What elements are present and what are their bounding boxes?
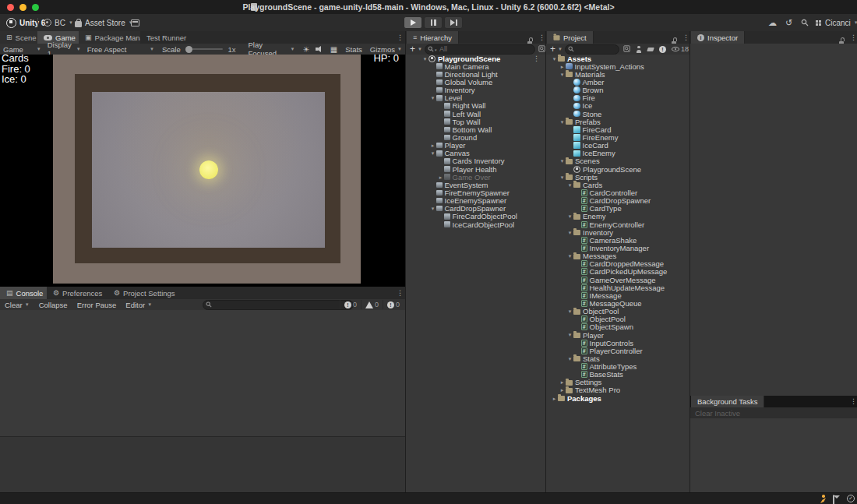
search-filter-caret-icon[interactable]: ▾: [435, 48, 437, 52]
tree-row[interactable]: #CameraShake: [546, 236, 690, 244]
tree-row[interactable]: ▾Player: [546, 331, 690, 339]
tree-row[interactable]: #InputControls: [546, 339, 690, 347]
tree-row[interactable]: Ground: [406, 133, 546, 141]
tree-row[interactable]: ▸InputSystem_Actions: [546, 62, 690, 70]
tree-row[interactable]: Amber: [546, 78, 690, 86]
aspect-ratio-dropdown[interactable]: Free Aspect▼: [84, 44, 157, 55]
tree-row[interactable]: ▾Scripts: [546, 173, 690, 181]
tab-background-tasks[interactable]: Background Tasks: [691, 396, 764, 407]
gizmos-dropdown[interactable]: Gizmos▼: [367, 44, 405, 55]
tab-hierarchy[interactable]: ≡ Hierarchy: [407, 31, 459, 44]
tree-row[interactable]: #CardPickedUpMessage: [546, 268, 690, 276]
tree-row[interactable]: #GameOverMessage: [546, 276, 690, 284]
game-viewport[interactable]: Cards Fire: 0 Ice: 0 HP: 0: [0, 55, 405, 287]
expander-icon[interactable]: ▾: [566, 332, 573, 337]
hierarchy-tree[interactable]: ▾PlaygroundScene⋮Main CameraDirectional …: [405, 55, 546, 492]
layout-dropdown[interactable]: Cicanci ▼: [815, 14, 857, 31]
tree-row[interactable]: Left Wall: [406, 110, 546, 118]
expander-icon[interactable]: ▸: [559, 387, 566, 393]
tree-row[interactable]: Global Volume: [406, 78, 546, 86]
tree-row[interactable]: Main Camera: [406, 62, 546, 70]
kebab-menu-icon[interactable]: ⋮: [850, 34, 857, 41]
collapse-toggle[interactable]: Collapse: [34, 299, 72, 310]
tree-row[interactable]: IceEnemy: [546, 150, 690, 157]
hidden-count-eye-icon[interactable]: [672, 47, 679, 51]
tree-row[interactable]: FireCard: [546, 125, 690, 133]
tree-row[interactable]: ▾PlaygroundScene⋮: [406, 55, 546, 62]
console-message-icon[interactable]: [833, 495, 834, 504]
kebab-menu-icon[interactable]: ⋮: [397, 290, 404, 297]
kebab-menu-icon[interactable]: ⋮: [538, 34, 545, 41]
tab-inspector[interactable]: i Inspector: [691, 31, 745, 44]
tree-row[interactable]: #InventoryManager: [546, 244, 690, 252]
expander-icon[interactable]: ▾: [566, 213, 573, 219]
window-mode-button[interactable]: [131, 14, 139, 31]
tree-row[interactable]: Cards Inventory: [406, 157, 546, 165]
expander-icon[interactable]: ▾: [566, 253, 573, 259]
kebab-menu-icon[interactable]: ⋮: [682, 34, 689, 41]
tree-row[interactable]: ▾CardDropSpawner: [406, 205, 546, 213]
play-focused-dropdown[interactable]: Play Focused▼: [245, 44, 298, 55]
expander-icon[interactable]: ▾: [429, 95, 436, 100]
unity-version-menu[interactable]: Unity 6: [6, 14, 45, 31]
expander-icon[interactable]: ▸: [551, 396, 558, 401]
project-search[interactable]: [565, 44, 619, 55]
kebab-menu-icon[interactable]: ⋮: [397, 34, 404, 41]
asset-store-menu[interactable]: Asset Store ▼: [75, 14, 133, 31]
warning-count-toggle[interactable]: 0: [361, 300, 383, 309]
tab-test-runner[interactable]: Test Runner: [140, 31, 192, 44]
tree-row[interactable]: Top Wall: [406, 118, 546, 125]
error-pause-toggle[interactable]: Error Pause: [72, 299, 122, 310]
pause-button[interactable]: [424, 16, 443, 29]
expander-icon[interactable]: ▾: [559, 72, 566, 77]
tree-row[interactable]: ▸Packages: [546, 394, 690, 402]
tree-row[interactable]: Ice: [546, 102, 690, 110]
expander-icon[interactable]: ▾: [429, 150, 436, 156]
create-asset-button[interactable]: + ▼: [546, 44, 565, 55]
tab-project-settings[interactable]: ⚙ Project Settings: [108, 287, 182, 299]
tree-row[interactable]: ▾ObjectPool: [546, 308, 690, 315]
tree-row[interactable]: IceEnemySpawner: [406, 197, 546, 205]
expander-icon[interactable]: ▾: [566, 308, 573, 314]
tree-row[interactable]: #MessageQueue: [546, 299, 690, 307]
play-button[interactable]: [404, 16, 422, 29]
tree-row[interactable]: #CardController: [546, 189, 690, 196]
tree-row[interactable]: #CardType: [546, 205, 690, 213]
global-search-button[interactable]: [801, 14, 809, 31]
open-search-icon[interactable]: [623, 45, 631, 53]
tree-row[interactable]: FireEnemy: [546, 133, 690, 141]
console-search[interactable]: [203, 300, 354, 310]
tree-row[interactable]: PlaygroundScene: [546, 165, 690, 173]
expander-icon[interactable]: ▾: [566, 356, 573, 361]
tree-row[interactable]: ▸Settings: [546, 379, 690, 386]
expander-icon[interactable]: ▾: [566, 230, 573, 235]
expander-icon[interactable]: ▸: [429, 143, 436, 148]
tree-row[interactable]: #ObjectSpawn: [546, 323, 690, 331]
stats-toggle[interactable]: Stats: [345, 45, 362, 54]
console-log-area[interactable]: [0, 310, 406, 492]
expander-icon[interactable]: ▾: [429, 206, 436, 211]
tree-row[interactable]: ▾Scenes: [546, 157, 690, 165]
expander-icon[interactable]: ▾: [559, 119, 566, 125]
clear-button[interactable]: Clear▼: [0, 299, 34, 310]
progress-check-icon[interactable]: ✓: [847, 495, 855, 502]
tree-row[interactable]: IceCard: [546, 142, 690, 150]
tree-row[interactable]: Player Health: [406, 165, 546, 173]
tree-row[interactable]: #CardDroppedMessage: [546, 260, 690, 268]
tree-row[interactable]: ▾Enemy: [546, 213, 690, 220]
tab-console[interactable]: ▤ Console: [0, 287, 50, 299]
project-tree[interactable]: ▾Assets▸InputSystem_Actions▾MaterialsAmb…: [545, 55, 690, 492]
project-search-input[interactable]: [580, 45, 617, 54]
tree-row[interactable]: #CardDropSpawner: [546, 197, 690, 205]
tree-row[interactable]: ▾Stats: [546, 354, 690, 362]
tree-row[interactable]: Brown: [546, 86, 690, 94]
expander-icon[interactable]: ▾: [551, 56, 558, 62]
tree-row[interactable]: Bottom Wall: [406, 125, 546, 133]
expander-icon[interactable]: ▾: [421, 56, 428, 62]
editor-dropdown[interactable]: Editor▼: [121, 299, 157, 310]
tree-row[interactable]: ▾Inventory: [546, 228, 690, 236]
tree-row[interactable]: #IMessage: [546, 291, 690, 299]
tree-row[interactable]: ▾Materials: [546, 70, 690, 78]
error-count-toggle[interactable]: !0: [383, 300, 404, 309]
tab-project[interactable]: Project: [547, 31, 594, 44]
